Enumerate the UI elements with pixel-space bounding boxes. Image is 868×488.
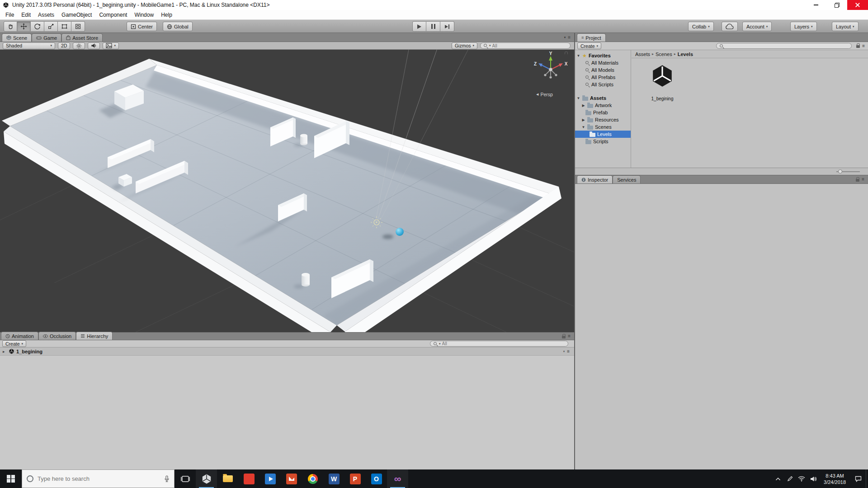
tree-item-assets[interactable]: ▼ Assets (575, 94, 631, 102)
scene-search-input[interactable] (492, 43, 567, 48)
tree-item-scenes[interactable]: ▼ Scenes (575, 123, 631, 131)
panel-caret-icon[interactable]: ▾ (563, 350, 565, 353)
search-filter-caret-icon[interactable]: ▾ (489, 44, 491, 47)
tab-scene[interactable]: Scene (2, 33, 32, 42)
lock-icon[interactable] (856, 45, 860, 48)
rect-tool-button[interactable] (58, 21, 71, 32)
tab-project[interactable]: ≡ Project (577, 33, 606, 42)
taskbar-app-chrome[interactable] (302, 469, 323, 488)
tray-pen-settings[interactable] (784, 469, 796, 488)
hand-tool-button[interactable] (4, 21, 17, 32)
tab-asset-store[interactable]: Asset Store (61, 33, 103, 42)
panel-menu-icon[interactable]: ≡ (862, 44, 865, 48)
breadcrumb-assets[interactable]: Assets (634, 52, 651, 57)
taskbar-app-mail[interactable] (281, 469, 302, 488)
layout-dropdown[interactable]: Layout▾ (832, 22, 859, 31)
scene-audio-toggle[interactable] (88, 42, 100, 49)
project-search-field[interactable] (716, 43, 852, 49)
expand-icon[interactable]: ▶ (581, 118, 585, 122)
close-button[interactable] (847, 0, 868, 10)
expand-icon[interactable]: ▸ (3, 349, 7, 354)
shading-mode-dropdown[interactable]: Shaded▾ (3, 42, 55, 49)
tree-item-all-prefabs[interactable]: All Prefabs (575, 74, 631, 81)
scale-tool-button[interactable] (44, 21, 58, 32)
tree-item-artwork[interactable]: ▶ Artwork (575, 102, 631, 109)
expand-icon[interactable]: ▼ (576, 54, 580, 58)
menu-assets[interactable]: Assets (34, 10, 58, 20)
taskbar-clock[interactable]: 8:43 AM 3/24/2018 (819, 473, 850, 485)
gizmos-dropdown[interactable]: Gizmos▾ (452, 42, 477, 49)
tab-occlusion[interactable]: Occlusion (38, 332, 76, 340)
panel-menu-icon[interactable]: ≡ (568, 334, 571, 338)
panel-menu-icon[interactable]: ≡ (568, 35, 571, 40)
taskbar-app-powerpoint[interactable]: P (344, 469, 366, 488)
tree-item-scripts[interactable]: Scripts (575, 138, 631, 145)
row-menu-icon[interactable]: ≡ (567, 349, 570, 354)
asset-item[interactable]: 1_begining (646, 63, 679, 101)
hierarchy-search-input[interactable] (442, 341, 565, 346)
tray-network[interactable] (796, 469, 807, 488)
maximize-button[interactable] (826, 0, 847, 10)
task-view-button[interactable] (175, 469, 196, 488)
cloud-button[interactable] (722, 22, 738, 31)
tree-item-prefab[interactable]: Prefab (575, 109, 631, 116)
thumbnail-zoom-slider[interactable] (836, 168, 860, 175)
breadcrumb-levels[interactable]: Levels (677, 52, 694, 57)
lock-icon[interactable] (562, 336, 566, 338)
menu-help[interactable]: Help (157, 10, 176, 20)
taskbar-app-unity[interactable] (196, 469, 217, 488)
rotate-tool-button[interactable] (31, 21, 44, 32)
expand-icon[interactable]: ▶ (581, 103, 585, 108)
2d-toggle-button[interactable]: 2D (58, 42, 70, 49)
tab-inspector[interactable]: Inspector (577, 175, 613, 183)
slider-thumb[interactable] (838, 169, 842, 174)
menu-edit[interactable]: Edit (18, 10, 34, 20)
tree-item-all-materials[interactable]: All Materials (575, 59, 631, 66)
taskbar-app-video[interactable] (259, 469, 281, 488)
taskbar-app-visual-studio[interactable]: ∞ (387, 469, 408, 488)
menu-file[interactable]: File (2, 10, 18, 20)
scene-lighting-toggle[interactable] (73, 42, 85, 49)
panel-caret-icon[interactable]: ▾ (564, 36, 566, 39)
hierarchy-body[interactable] (0, 356, 574, 469)
tree-item-favorites[interactable]: ▼ ★ Favorites (575, 52, 631, 59)
tab-hierarchy[interactable]: Hierarchy (76, 332, 113, 340)
tree-item-resources[interactable]: ▶ Resources (575, 116, 631, 123)
taskbar-search-input[interactable] (38, 475, 160, 482)
panel-menu-icon[interactable]: ≡ (862, 177, 864, 182)
taskbar-app-word[interactable]: W (323, 469, 344, 488)
action-center-button[interactable] (850, 469, 866, 488)
search-filter-caret-icon[interactable]: ▾ (439, 342, 441, 346)
hierarchy-scene-row[interactable]: ▸ 1_begining ▾ ≡ (0, 347, 574, 356)
step-button[interactable] (440, 21, 454, 32)
taskbar-app-file-explorer[interactable] (217, 469, 238, 488)
menu-component[interactable]: Component (95, 10, 131, 20)
scene-search-field[interactable]: ▾ (480, 42, 571, 49)
space-toggle-button[interactable]: Global (163, 22, 193, 31)
tab-animation[interactable]: Animation (1, 332, 38, 340)
tree-item-levels[interactable]: Levels (575, 131, 631, 138)
start-button[interactable] (0, 469, 22, 488)
microphone-icon[interactable] (164, 475, 170, 483)
play-button[interactable] (412, 21, 426, 32)
perspective-toggle[interactable]: ◀ Persp (536, 92, 553, 97)
taskbar-app-red[interactable] (238, 469, 259, 488)
project-create-dropdown[interactable]: Create▾ (577, 42, 601, 49)
scene-effects-dropdown[interactable]: ▾ (103, 42, 119, 49)
pause-button[interactable] (426, 21, 440, 32)
scene-viewport[interactable] (0, 50, 574, 332)
hierarchy-create-dropdown[interactable]: Create▾ (2, 340, 26, 347)
tab-game[interactable]: Game (32, 33, 61, 42)
pivot-toggle-button[interactable]: Center (127, 22, 157, 31)
tab-services[interactable]: Services (613, 175, 641, 183)
hierarchy-search-field[interactable]: ▾ (430, 341, 568, 347)
transform-tool-button[interactable] (71, 21, 85, 32)
expand-icon[interactable]: ▼ (576, 96, 580, 100)
breadcrumb-scenes[interactable]: Scenes (655, 52, 673, 57)
move-tool-button[interactable] (17, 21, 31, 32)
menu-window[interactable]: Window (131, 10, 157, 20)
tree-item-all-scripts[interactable]: All Scripts (575, 81, 631, 88)
minimize-button[interactable] (806, 0, 826, 10)
collab-dropdown[interactable]: Collab▾ (688, 22, 714, 31)
taskbar-app-outlook[interactable]: O (366, 469, 387, 488)
